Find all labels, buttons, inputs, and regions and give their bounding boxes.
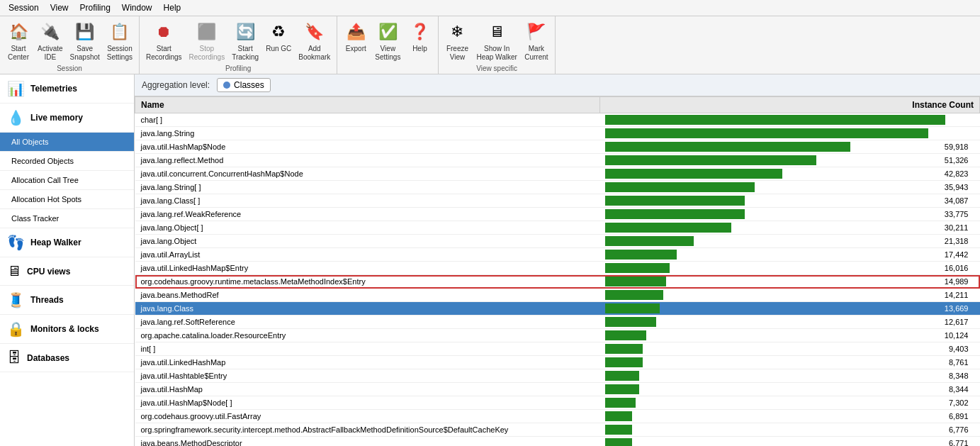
table-row[interactable]: java.util.concurrent.ConcurrentHashMap$N… — [135, 167, 980, 181]
table-row[interactable]: java.lang.reflect.Method51,326 — [135, 154, 980, 167]
bar-container: 14,211 — [605, 290, 974, 300]
instance-count-value: 34,087 — [945, 196, 969, 205]
table-row[interactable]: char[ ] — [135, 113, 980, 127]
instance-bar — [605, 290, 663, 300]
sidebar-item-heap-walker[interactable]: 👣 Heap Walker — [0, 228, 134, 257]
instance-count-value: 42,823 — [945, 169, 969, 178]
instance-count-value: 8,348 — [949, 372, 969, 380]
row-name-cell: java.lang.Class[ ] — [135, 194, 600, 208]
table-row[interactable]: org.codehaus.groovy.util.FastArray6,891 — [135, 410, 980, 423]
menu-session[interactable]: Session — [3, 1, 45, 14]
sidebar-item-allocation-call-tree[interactable]: Allocation Call Tree — [0, 171, 134, 190]
row-count-cell: 13,669 — [599, 302, 979, 316]
row-count-cell: 6,891 — [599, 410, 979, 423]
sidebar-item-cpu-views[interactable]: 🖥 CPU views — [0, 257, 134, 286]
table-row[interactable]: java.util.ArrayList17,442 — [135, 248, 980, 262]
sidebar-item-telemetries[interactable]: 📊 Telemetries — [0, 74, 134, 104]
start-tracking-button[interactable]: 🔄 StartTracking — [228, 19, 262, 63]
sidebar-item-all-objects[interactable]: All Objects — [0, 133, 134, 152]
row-name-cell: java.lang.Class — [135, 302, 600, 316]
bar-container: 14,989 — [605, 277, 974, 286]
table-row[interactable]: java.beans.MethodRef14,211 — [135, 289, 980, 302]
bar-container: 17,442 — [605, 250, 974, 260]
menu-window[interactable]: Window — [116, 1, 158, 14]
instance-bar — [605, 169, 782, 179]
start-recordings-button[interactable]: ⏺ StartRecordings — [142, 19, 186, 63]
aggregation-label: Aggregation level: — [142, 80, 210, 90]
add-bookmark-button[interactable]: 🔖 AddBookmark — [295, 19, 334, 63]
table-row[interactable]: java.lang.Class13,669 — [135, 302, 980, 316]
table-row[interactable]: java.lang.Object21,318 — [135, 235, 980, 248]
menubar: Session View Profiling Window Help — [0, 0, 980, 16]
session-group-label: Session — [0, 63, 139, 74]
table-row[interactable]: java.util.LinkedHashMap$Entry16,016 — [135, 262, 980, 275]
sidebar-item-allocation-hot-spots[interactable]: Allocation Hot Spots — [0, 190, 134, 209]
sidebar-item-monitors-locks[interactable]: 🔒 Monitors & locks — [0, 315, 134, 344]
table-row[interactable]: org.apache.catalina.loader.ResourceEntry… — [135, 329, 980, 342]
sidebar-item-live-memory[interactable]: 💧 Live memory — [0, 104, 134, 133]
bar-container: 42,823 — [605, 169, 974, 179]
table-row[interactable]: int[ ]9,403 — [135, 342, 980, 356]
table-row[interactable]: java.lang.Object[ ]30,211 — [135, 221, 980, 235]
stop-recordings-button[interactable]: ⬛ StopRecordings — [186, 19, 229, 63]
freeze-view-button[interactable]: ❄ FreezeView — [441, 19, 473, 63]
aggregation-classes-selector[interactable]: Classes — [217, 78, 271, 92]
row-name-cell: java.util.HashMap — [135, 383, 600, 396]
activate-ide-button[interactable]: 🔌 ActivateIDE — [34, 19, 67, 63]
mark-current-button[interactable]: 🚩 MarkCurrent — [521, 19, 552, 63]
table-row[interactable]: java.util.HashMap8,344 — [135, 383, 980, 396]
row-name-cell: java.util.concurrent.ConcurrentHashMap$N… — [135, 167, 600, 181]
sidebar-item-recorded-objects[interactable]: Recorded Objects — [0, 152, 134, 171]
mark-current-label: MarkCurrent — [524, 45, 548, 62]
instance-count-value: 6,891 — [949, 412, 969, 420]
table-row[interactable]: java.lang.ref.WeakReference33,775 — [135, 208, 980, 221]
table-row[interactable]: java.lang.String[ ]35,943 — [135, 181, 980, 194]
name-column-header[interactable]: Name — [135, 97, 600, 113]
table-row[interactable]: java.beans.MethodDescriptor6,771 — [135, 437, 980, 447]
table-row[interactable]: java.util.HashMap$Node[ ]7,302 — [135, 396, 980, 410]
instance-count-column-header[interactable]: Instance Count — [599, 97, 979, 113]
instance-bar — [605, 182, 755, 192]
sidebar-item-databases[interactable]: 🗄 Databases — [0, 344, 134, 372]
table-row[interactable]: java.util.LinkedHashMap8,761 — [135, 356, 980, 369]
help-button[interactable]: ❓ Help — [404, 19, 435, 63]
sidebar-item-class-tracker[interactable]: Class Tracker — [0, 209, 134, 228]
table-row[interactable]: java.util.HashMap$Node59,918 — [135, 140, 980, 154]
table-row[interactable]: java.lang.String — [135, 127, 980, 140]
cpu-views-icon: 🖥 — [7, 263, 21, 279]
start-center-button[interactable]: 🏠 StartCenter — [3, 19, 34, 63]
view-settings-icon: ✅ — [376, 21, 399, 43]
export-button[interactable]: 📤 Export — [340, 19, 371, 63]
bar-container: 59,918 — [605, 142, 974, 152]
menu-view[interactable]: View — [45, 1, 74, 14]
row-name-cell: int[ ] — [135, 342, 600, 356]
save-snapshot-button[interactable]: 💾 SaveSnapshot — [67, 19, 103, 63]
bar-container: 35,943 — [605, 182, 974, 192]
table-row[interactable]: java.lang.ref.SoftReference12,617 — [135, 316, 980, 329]
table-row[interactable]: org.codehaus.groovy.runtime.metaclass.Me… — [135, 275, 980, 289]
menu-profiling[interactable]: Profiling — [74, 1, 116, 14]
show-in-heap-walker-button[interactable]: 🖥 Show InHeap Walker — [473, 19, 520, 63]
aggregation-bar: Aggregation level: Classes — [135, 74, 980, 96]
start-tracking-label: StartTracking — [232, 45, 259, 62]
table-row[interactable]: org.springframework.security.intercept.m… — [135, 423, 980, 437]
table-row[interactable]: java.lang.Class[ ]34,087 — [135, 194, 980, 208]
stop-recordings-icon: ⬛ — [196, 21, 218, 43]
instance-bar — [605, 344, 643, 354]
profiling-buttons: ⏺ StartRecordings ⬛ StopRecordings 🔄 Sta… — [140, 16, 337, 63]
bar-container: 30,211 — [605, 223, 974, 233]
monitors-locks-label: Monitors & locks — [30, 324, 99, 334]
instance-count-value: 16,016 — [945, 264, 969, 272]
menu-help[interactable]: Help — [158, 1, 187, 14]
sidebar-item-threads[interactable]: 🧵 Threads — [0, 286, 134, 315]
run-gc-button[interactable]: ♻ Run GC — [262, 19, 295, 63]
view-settings-button[interactable]: ✅ ViewSettings — [371, 19, 404, 63]
instance-bar — [605, 250, 677, 260]
aggregation-classes-label: Classes — [234, 80, 264, 90]
instance-count-value: 12,617 — [945, 318, 969, 326]
session-settings-button[interactable]: 📋 SessionSettings — [103, 19, 136, 63]
bar-container: 7,302 — [605, 398, 974, 408]
bar-container: 12,617 — [605, 317, 974, 327]
row-name-cell: org.springframework.security.intercept.m… — [135, 423, 600, 437]
table-row[interactable]: java.util.Hashtable$Entry8,348 — [135, 369, 980, 383]
